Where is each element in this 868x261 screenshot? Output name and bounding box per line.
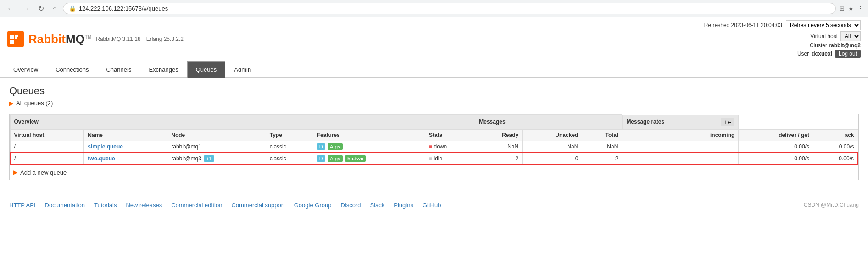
tag-d-icon: D	[317, 143, 325, 150]
back-button[interactable]: ←	[5, 4, 17, 14]
row2-features: D Args ha-two	[313, 153, 425, 165]
svg-rect-2	[10, 40, 14, 44]
logo-text: RabbitMQTM	[28, 32, 91, 46]
add-queue-label: Add a new queue	[20, 169, 67, 176]
footer-github[interactable]: GitHub	[423, 202, 441, 209]
col-type: Type	[266, 129, 313, 141]
logo-area: RabbitMQTM RabbitMQ 3.11.18 Erlang 25.3.…	[7, 31, 184, 47]
footer-new-releases[interactable]: New releases	[126, 202, 162, 209]
reload-button[interactable]: ↻	[36, 3, 46, 14]
nav-channels[interactable]: Channels	[97, 61, 140, 78]
user-row: User dcxuexi Log out	[797, 50, 861, 58]
row2-total: 2	[582, 153, 622, 165]
footer-commercial-edition[interactable]: Commercial edition	[171, 202, 222, 209]
forward-button[interactable]: →	[20, 4, 32, 14]
more-icon[interactable]: ⋮	[857, 5, 863, 12]
footer: HTTP API Documentation Tutorials New rel…	[0, 197, 868, 213]
row1-state: ■ down	[425, 141, 475, 153]
nav-admin[interactable]: Admin	[225, 61, 260, 78]
overview-header: Overview	[10, 115, 475, 130]
nav-connections[interactable]: Connections	[47, 61, 97, 78]
vhost-select[interactable]: All	[840, 31, 861, 41]
row2-ready: 2	[475, 153, 523, 165]
row1-ack: 0.00/s	[813, 141, 858, 153]
browser-actions: ⊞ ★ ⋮	[840, 5, 863, 12]
row2-ack: 0.00/s	[813, 153, 858, 165]
row1-features: D Args	[313, 141, 425, 153]
row1-type: classic	[266, 141, 313, 153]
table-row[interactable]: / two.queue rabbit@mq3 +1 classic D Args…	[10, 153, 858, 165]
footer-commercial-support[interactable]: Commercial support	[231, 202, 284, 209]
state-down-icon: ■	[429, 143, 432, 150]
row2-state: ■ idle	[425, 153, 475, 165]
address-bar[interactable]: 🔒 124.222.106.122:15673/#/queues	[63, 3, 836, 14]
extensions-icon[interactable]: ⊞	[840, 5, 845, 12]
row2-type: classic	[266, 153, 313, 165]
address-bar-url: 124.222.106.122:15673/#/queues	[79, 5, 168, 12]
plus-minus-button[interactable]: +/-	[721, 118, 734, 126]
cluster-value: rabbit@mq2	[829, 42, 861, 49]
browser-chrome: ← → ↻ ⌂ 🔒 124.222.106.122:15673/#/queues…	[0, 0, 868, 17]
home-button[interactable]: ⌂	[50, 4, 59, 14]
logo-rabbit: Rabbit	[28, 32, 66, 46]
cluster-row: Cluster rabbit@mq2	[810, 42, 861, 49]
col-incoming: incoming	[622, 129, 739, 141]
table-section-header: Overview Messages Message rates +/-	[10, 115, 858, 130]
nav-exchanges[interactable]: Exchanges	[140, 61, 187, 78]
footer-plugins[interactable]: Plugins	[394, 202, 413, 209]
refreshed-label: Refreshed 2023-06-11 20:04:03	[704, 22, 782, 28]
col-features: Features	[313, 129, 425, 141]
page-title: Queues	[9, 85, 859, 97]
nav-overview[interactable]: Overview	[5, 61, 47, 78]
rabbitmq-logo-svg	[7, 31, 24, 47]
state-idle-label: idle	[434, 155, 443, 162]
row2-name[interactable]: two.queue	[84, 153, 167, 165]
col-state: State	[425, 129, 475, 141]
triangle-icon: ▶	[9, 100, 13, 107]
row1-ready: NaN	[475, 141, 523, 153]
row1-deliver-get: 0.00/s	[739, 141, 813, 153]
vhost-label: Virtual host	[810, 33, 838, 40]
rabbitmq-version: RabbitMQ 3.11.18	[96, 36, 140, 42]
footer-tutorials[interactable]: Tutorials	[94, 202, 117, 209]
footer-discord[interactable]: Discord	[340, 202, 361, 209]
column-headers: Virtual host Name Node Type Features Sta…	[10, 129, 858, 141]
row2-deliver-get: 0.00/s	[739, 153, 813, 165]
refresh-select[interactable]: Refresh every 5 seconds	[786, 20, 861, 30]
bookmarks-icon[interactable]: ★	[848, 5, 854, 12]
state-idle-icon: ■	[429, 155, 432, 162]
col-virtual-host: Virtual host	[10, 129, 84, 141]
row2-vhost: /	[10, 153, 84, 165]
security-icon: 🔒	[69, 5, 76, 12]
table-row[interactable]: / simple.queue rabbit@mq1 classic D Args…	[10, 141, 858, 153]
footer-google-group[interactable]: Google Group	[294, 202, 332, 209]
col-ack: ack	[813, 129, 858, 141]
row1-vhost: /	[10, 141, 84, 153]
state-down-label: down	[434, 143, 447, 150]
tag-args: Args	[328, 143, 343, 150]
col-name: Name	[84, 129, 167, 141]
logo-icon	[7, 31, 24, 47]
svg-rect-4	[17, 37, 21, 41]
tag-plus1: +1	[204, 155, 214, 162]
add-queue-toggle[interactable]: ▶ Add a new queue	[10, 165, 858, 180]
all-queues-toggle[interactable]: ▶ All queues (2)	[9, 100, 859, 107]
main-content: Queues ▶ All queues (2) Overview Message…	[0, 78, 868, 187]
logout-button[interactable]: Log out	[835, 50, 861, 58]
footer-slack[interactable]: Slack	[370, 202, 385, 209]
row2-incoming	[622, 153, 739, 165]
queues-table: Overview Messages Message rates +/- Virt…	[10, 114, 858, 165]
row2-unacked: 0	[523, 153, 582, 165]
nav-queues[interactable]: Queues	[187, 61, 226, 78]
row1-node: rabbit@mq1	[167, 141, 266, 153]
row1-name[interactable]: simple.queue	[84, 141, 167, 153]
svg-rect-1	[10, 35, 14, 39]
logo-mq: MQ	[66, 32, 85, 46]
footer-http-api[interactable]: HTTP API	[9, 202, 36, 209]
top-right: Refreshed 2023-06-11 20:04:03 Refresh ev…	[704, 20, 861, 58]
erlang-version: Erlang 25.3.2.2	[146, 36, 184, 42]
footer-documentation[interactable]: Documentation	[45, 202, 85, 209]
col-total: Total	[582, 129, 622, 141]
col-node: Node	[167, 129, 266, 141]
cluster-label: Cluster	[810, 42, 827, 49]
